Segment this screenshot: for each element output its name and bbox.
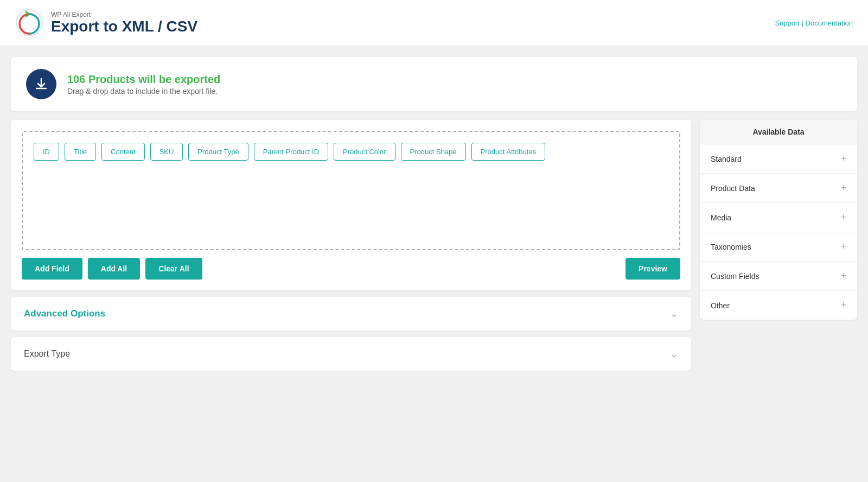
field-tag-product-type[interactable]: Product Type	[188, 143, 248, 161]
logo-icon	[15, 9, 43, 37]
sidebar-custom-fields-label: Custom Fields	[711, 272, 759, 281]
field-tag-product-shape[interactable]: Product Shape	[401, 143, 466, 161]
available-data-sidebar: Available Data Standard + Product Data +…	[700, 120, 857, 320]
sidebar-standard-plus-icon: +	[840, 153, 846, 164]
field-tag-id[interactable]: ID	[34, 143, 59, 161]
app-name: WP All Export	[51, 11, 197, 18]
export-banner: 106 Products will be exported Drag & dro…	[11, 57, 857, 111]
header-left: WP All Export Export to XML / CSV	[15, 9, 197, 37]
advanced-options-label: Advanced Options	[24, 308, 105, 319]
sidebar-media-label: Media	[711, 213, 731, 222]
export-count: 106	[67, 73, 85, 85]
sidebar-item-standard[interactable]: Standard +	[700, 144, 857, 174]
sidebar-item-taxonomies[interactable]: Taxonomies +	[700, 232, 857, 262]
sidebar-item-product-data[interactable]: Product Data +	[700, 174, 857, 203]
add-field-button[interactable]: Add Field	[22, 258, 82, 280]
banner-text: 106 Products will be exported Drag & dro…	[67, 73, 220, 96]
sidebar-product-data-label: Product Data	[711, 184, 755, 193]
main-content: 106 Products will be exported Drag & dro…	[0, 46, 868, 382]
two-col-layout: ID Title Content SKU Product Type Parent…	[11, 120, 857, 371]
preview-button[interactable]: Preview	[626, 258, 680, 280]
header-links: Support | Documentation	[775, 19, 853, 27]
header-title-group: WP All Export Export to XML / CSV	[51, 11, 197, 35]
export-title-suffix: Products will be exported	[85, 73, 220, 85]
sidebar-other-plus-icon: +	[840, 300, 846, 311]
page-title: Export to XML / CSV	[51, 18, 197, 35]
export-type-label: Export Type	[24, 349, 70, 359]
advanced-options-chevron-icon: ⌄	[670, 308, 678, 320]
banner-icon-wrap	[26, 69, 56, 99]
dropzone-card: ID Title Content SKU Product Type Parent…	[11, 120, 691, 290]
docs-link[interactable]: Documentation	[806, 19, 853, 27]
sidebar-taxonomies-label: Taxonomies	[711, 243, 751, 251]
sidebar-custom-fields-plus-icon: +	[840, 270, 846, 282]
sidebar-media-plus-icon: +	[840, 212, 846, 223]
sidebar-taxonomies-plus-icon: +	[840, 241, 846, 252]
sidebar-header: Available Data	[700, 120, 857, 144]
sidebar-item-other[interactable]: Other +	[700, 291, 857, 320]
sidebar-item-media[interactable]: Media +	[700, 203, 857, 232]
export-type-section[interactable]: Export Type ⌄	[11, 337, 691, 371]
field-tag-parent-product-id[interactable]: Parent Product ID	[254, 143, 328, 161]
field-tag-product-color[interactable]: Product Color	[334, 143, 395, 161]
advanced-options-section[interactable]: Advanced Options ⌄	[11, 297, 691, 331]
link-separator: |	[800, 19, 806, 27]
banner-title: 106 Products will be exported	[67, 73, 220, 86]
clear-all-button[interactable]: Clear All	[145, 258, 202, 280]
field-tag-sku[interactable]: SKU	[150, 143, 183, 161]
dropzone-area[interactable]: ID Title Content SKU Product Type Parent…	[22, 131, 680, 250]
sidebar-product-data-plus-icon: +	[840, 182, 846, 194]
action-bar: Add Field Add All Clear All Preview	[22, 250, 680, 280]
page-header: WP All Export Export to XML / CSV Suppor…	[0, 0, 868, 46]
field-tag-title[interactable]: Title	[65, 143, 96, 161]
support-link[interactable]: Support	[775, 19, 800, 27]
sidebar-item-custom-fields[interactable]: Custom Fields +	[700, 262, 857, 291]
download-icon	[34, 77, 49, 92]
banner-subtitle: Drag & drop data to include in the expor…	[67, 87, 220, 96]
field-tag-content[interactable]: Content	[101, 143, 145, 161]
export-type-chevron-icon: ⌄	[670, 348, 678, 360]
add-all-button[interactable]: Add All	[88, 258, 140, 280]
main-panel: ID Title Content SKU Product Type Parent…	[11, 120, 691, 371]
sidebar-other-label: Other	[711, 301, 730, 310]
sidebar-standard-label: Standard	[711, 155, 742, 163]
field-tag-product-attributes[interactable]: Product Attributes	[471, 143, 546, 161]
